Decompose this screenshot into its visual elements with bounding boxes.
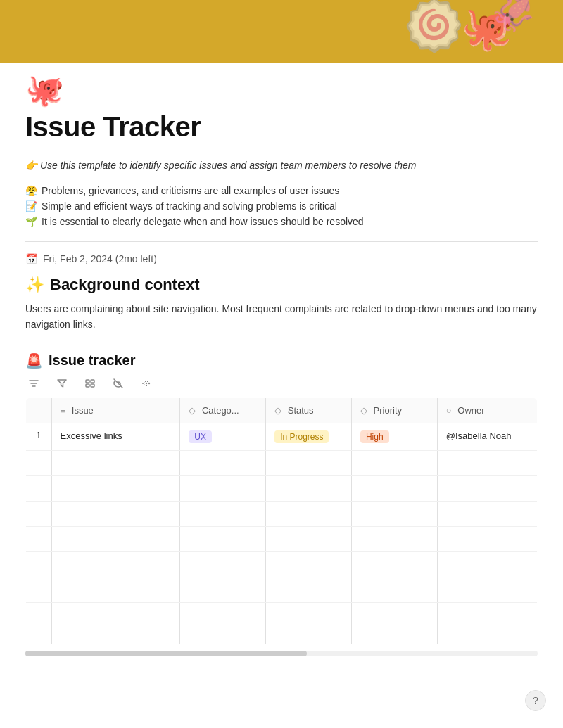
empty-priority-6 bbox=[351, 551, 437, 577]
svg-rect-0 bbox=[86, 380, 89, 383]
empty-cat-5 bbox=[180, 526, 266, 551]
empty-cat-7 bbox=[180, 577, 266, 602]
background-context-body: Users are complaining about site navigat… bbox=[25, 301, 538, 333]
cell-category-1[interactable]: UX bbox=[180, 423, 266, 450]
table-row[interactable]: 1 Excessive links UX In Progress High @I… bbox=[26, 423, 538, 450]
table-row-empty-3[interactable] bbox=[26, 501, 538, 526]
bullet-text-1: Problems, grievances, and criticisms are… bbox=[42, 185, 339, 196]
col-header-category[interactable]: ◇ Catego... bbox=[180, 397, 266, 423]
cell-status-1[interactable]: In Progress bbox=[266, 423, 352, 450]
empty-status-3 bbox=[266, 475, 352, 501]
svg-rect-2 bbox=[86, 384, 89, 387]
more-button[interactable] bbox=[138, 376, 155, 390]
empty-issue-4 bbox=[51, 501, 180, 526]
svg-rect-1 bbox=[91, 380, 94, 383]
empty-priority-2 bbox=[351, 450, 437, 475]
empty-status-7 bbox=[266, 577, 352, 602]
empty-priority-8 bbox=[351, 602, 437, 644]
empty-owner-5 bbox=[437, 526, 537, 551]
empty-issue-7 bbox=[51, 577, 180, 602]
date-icon: 📅 bbox=[25, 253, 37, 264]
bullet-icon-3: 🌱 bbox=[25, 216, 37, 227]
empty-cat-8 bbox=[180, 602, 266, 644]
table-toolbar bbox=[25, 376, 538, 390]
table-row-empty-1[interactable] bbox=[26, 450, 538, 475]
empty-num-8 bbox=[26, 602, 52, 644]
empty-cat-6 bbox=[180, 551, 266, 577]
empty-owner-2 bbox=[437, 450, 537, 475]
header-banner: 🍥 🐙 🦑 bbox=[0, 0, 563, 63]
col-label-priority: Priority bbox=[374, 405, 402, 416]
col-label-status: Status bbox=[288, 405, 314, 416]
issue-tracker-heading: 🚨 Issue tracker bbox=[25, 352, 538, 369]
empty-num-5 bbox=[26, 526, 52, 551]
empty-cat-3 bbox=[180, 475, 266, 501]
empty-priority-4 bbox=[351, 501, 437, 526]
empty-status-8 bbox=[266, 602, 352, 644]
status-badge-1: In Progress bbox=[274, 430, 329, 443]
svg-point-4 bbox=[146, 383, 147, 384]
cell-priority-1[interactable]: High bbox=[351, 423, 437, 450]
col-header-num bbox=[26, 397, 52, 423]
empty-issue-6 bbox=[51, 551, 180, 577]
empty-issue-3 bbox=[51, 475, 180, 501]
bullet-text-2: Simple and efficient ways of tracking an… bbox=[42, 200, 337, 212]
col-header-issue[interactable]: ≡ Issue bbox=[51, 397, 180, 423]
description-callout: 👉 Use this template to identify specific… bbox=[25, 160, 538, 171]
col-label-category: Catego... bbox=[202, 405, 239, 416]
cell-owner-1[interactable]: @Isabella Noah bbox=[437, 423, 537, 450]
bullet-icon-2: 📝 bbox=[25, 200, 37, 212]
group-button[interactable] bbox=[82, 376, 99, 390]
col-header-owner[interactable]: ○ Owner bbox=[437, 397, 537, 423]
empty-issue-5 bbox=[51, 526, 180, 551]
issue-tracker-icon: 🚨 bbox=[25, 352, 43, 369]
empty-issue-2 bbox=[51, 450, 180, 475]
bullet-item-2: 📝 Simple and efficient ways of tracking … bbox=[25, 200, 538, 212]
col-header-status[interactable]: ◇ Status bbox=[266, 397, 352, 423]
empty-owner-4 bbox=[437, 501, 537, 526]
callout-text: Use this template to identify specific i… bbox=[40, 160, 417, 171]
cell-issue-1[interactable]: Excessive links bbox=[51, 423, 180, 450]
banner-emoji-1: 🍥 bbox=[403, 0, 464, 54]
category-col-icon: ◇ bbox=[189, 405, 196, 416]
empty-num-7 bbox=[26, 577, 52, 602]
background-context-icon: ✨ bbox=[25, 276, 44, 294]
page-icon: 🐙 bbox=[25, 75, 563, 106]
empty-cat-4 bbox=[180, 501, 266, 526]
bullet-icon-1: 😤 bbox=[25, 185, 37, 196]
table-row-empty-4[interactable] bbox=[26, 526, 538, 551]
issue-tracker-title: Issue tracker bbox=[49, 352, 135, 369]
col-header-priority[interactable]: ◇ Priority bbox=[351, 397, 437, 423]
filter-button[interactable] bbox=[53, 376, 70, 390]
table-row-empty-2[interactable] bbox=[26, 475, 538, 501]
empty-status-2 bbox=[266, 450, 352, 475]
empty-cat-2 bbox=[180, 450, 266, 475]
empty-num-4 bbox=[26, 501, 52, 526]
empty-owner-8 bbox=[437, 602, 537, 644]
sort-button[interactable] bbox=[25, 376, 42, 390]
date-value: Fri, Feb 2, 2024 (2mo left) bbox=[43, 253, 157, 264]
issue-table: ≡ Issue ◇ Catego... ◇ Status ◇ Priority … bbox=[25, 397, 538, 645]
banner-art: 🍥 🐙 🦑 bbox=[0, 0, 563, 63]
svg-point-5 bbox=[148, 383, 150, 384]
table-row-empty-5[interactable] bbox=[26, 551, 538, 577]
bullet-text-3: It is essential to clearly delegate when… bbox=[42, 216, 364, 227]
hide-button[interactable] bbox=[110, 376, 127, 390]
empty-num-6 bbox=[26, 551, 52, 577]
section-divider bbox=[25, 241, 538, 242]
empty-priority-3 bbox=[351, 475, 437, 501]
table-row-empty-6[interactable] bbox=[26, 577, 538, 602]
issue-col-icon: ≡ bbox=[61, 405, 66, 416]
svg-rect-3 bbox=[91, 384, 94, 387]
bullet-item-1: 😤 Problems, grievances, and criticisms a… bbox=[25, 185, 538, 196]
empty-issue-8 bbox=[51, 602, 180, 644]
table-row-empty-7[interactable] bbox=[26, 602, 538, 644]
help-button[interactable]: ? bbox=[525, 690, 546, 711]
owner-col-icon: ○ bbox=[446, 405, 452, 416]
horizontal-scrollbar[interactable] bbox=[25, 651, 538, 656]
table-header-row: ≡ Issue ◇ Catego... ◇ Status ◇ Priority … bbox=[26, 397, 538, 423]
empty-status-6 bbox=[266, 551, 352, 577]
date-row: 📅 Fri, Feb 2, 2024 (2mo left) bbox=[25, 253, 538, 264]
page-title: Issue Tracker bbox=[25, 111, 538, 143]
col-label-issue: Issue bbox=[72, 405, 94, 416]
